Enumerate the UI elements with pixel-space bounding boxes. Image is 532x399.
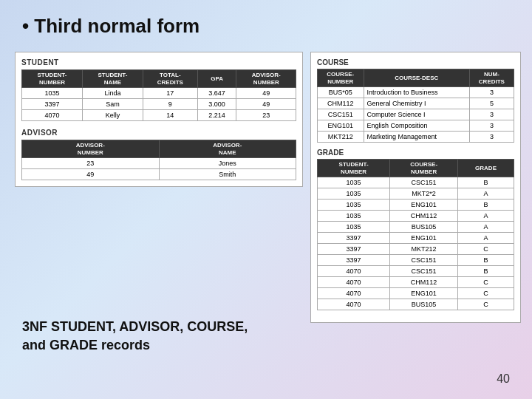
table-row: 4070ENG101C	[318, 288, 514, 299]
table-row: 3397MKT212C	[318, 244, 514, 255]
left-panel: STUDENT STUDENT-NUMBER STUDENT-NAME TOTA…	[15, 52, 303, 187]
table-row: 4070CSC151B	[318, 266, 514, 277]
student-table: STUDENT-NUMBER STUDENT-NAME TOTAL-CREDIT…	[21, 69, 296, 121]
student-section-label: STUDENT	[21, 58, 296, 66]
table-row: 1035CHM112A	[318, 211, 514, 222]
table-row: 23Jones	[22, 158, 296, 169]
table-row: 1035BUS105A	[318, 222, 514, 233]
table-row: 4070CHM112C	[318, 277, 514, 288]
table-row: MKT212Marketing Management3	[318, 132, 514, 143]
advisor-section-label: ADVISOR	[21, 129, 296, 137]
grade-section: GRADE STUDENT-NUMBER COURSE-NUMBER GRADE…	[317, 149, 514, 310]
table-row: 1035Linda173.64749	[22, 88, 296, 99]
student-col-number: STUDENT-NUMBER	[22, 70, 83, 88]
bottom-text-line1: 3NF STUDENT, ADVISOR, COURSE,	[22, 318, 248, 336]
table-row: 4070BUS105C	[318, 299, 514, 310]
table-row: 3397Sam93.00049	[22, 99, 296, 110]
advisor-col-name: ADVISOR-NAME	[159, 140, 296, 158]
course-table: COURSE-NUMBER COURSE-DESC NUM-CREDITS BU…	[317, 69, 514, 143]
table-row: 3397ENG101A	[318, 233, 514, 244]
course-section: COURSE COURSE-NUMBER COURSE-DESC NUM-CRE…	[317, 58, 514, 143]
student-col-gpa: GPA	[197, 70, 236, 88]
student-col-name: STUDENT-NAME	[82, 70, 143, 88]
table-row: 4070Kelly142.21423	[22, 110, 296, 121]
table-row: BUS*05Introduction to Business3	[318, 87, 514, 98]
student-col-advisor: ADVISOR-NUMBER	[236, 70, 296, 88]
table-row: 1035CSC151B	[318, 177, 514, 188]
table-row: CHM112General Chemistry I5	[318, 98, 514, 109]
grade-section-label: GRADE	[317, 149, 514, 157]
advisor-col-number: ADVISOR-NUMBER	[22, 140, 160, 158]
course-col-number: COURSE-NUMBER	[318, 69, 364, 87]
table-row: 3397CSC151B	[318, 255, 514, 266]
table-row: ENG101English Composition3	[318, 120, 514, 132]
table-row: 1035ENG101B	[318, 200, 514, 211]
grade-col-student: STUDENT-NUMBER	[318, 160, 390, 177]
grade-table: STUDENT-NUMBER COURSE-NUMBER GRADE 1035C…	[317, 159, 514, 310]
right-panel: COURSE COURSE-NUMBER COURSE-DESC NUM-CRE…	[310, 52, 521, 323]
table-row: CSC151Computer Science I3	[318, 109, 514, 120]
bottom-text: 3NF STUDENT, ADVISOR, COURSE, and GRADE …	[22, 318, 248, 355]
course-section-label: COURSE	[317, 58, 514, 66]
grade-col-course: COURSE-NUMBER	[390, 160, 458, 177]
page-number: 40	[497, 372, 510, 386]
course-col-desc: COURSE-DESC	[364, 69, 469, 87]
slide-title: • Third normal form	[22, 15, 200, 38]
bottom-text-line2: and GRADE records	[22, 336, 248, 355]
student-col-credits: TOTAL-CREDITS	[143, 70, 197, 88]
table-row: 49Smith	[22, 169, 296, 180]
advisor-table: ADVISOR-NUMBER ADVISOR-NAME 23Jones49Smi…	[21, 140, 296, 180]
course-col-credits: NUM-CREDITS	[469, 69, 514, 87]
table-row: 1035MKT2*2A	[318, 188, 514, 200]
grade-col-grade: GRADE	[458, 160, 514, 177]
